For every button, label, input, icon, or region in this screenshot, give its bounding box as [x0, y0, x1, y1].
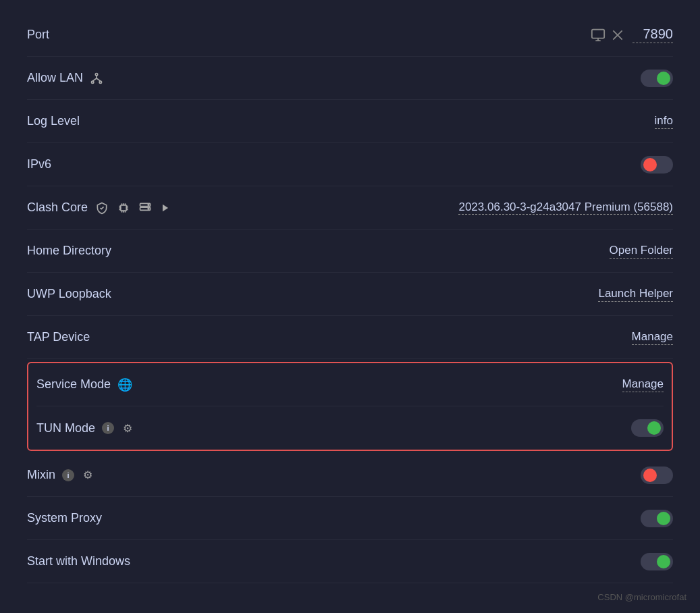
log-level-value[interactable]: info: [655, 114, 673, 129]
tap-device-label: TAP Device: [27, 330, 90, 344]
start-with-windows-toggle-section: [641, 553, 673, 570]
svg-point-5: [95, 73, 97, 75]
setting-row-ipv6: IPv6: [27, 143, 673, 186]
clash-core-value: 2023.06.30-3-g24a3047 Premium (56588): [458, 201, 673, 215]
globe-icon: 🌐: [117, 377, 132, 392]
ipv6-toggle-section: [641, 156, 673, 174]
mixin-label: Mixin: [27, 468, 55, 482]
setting-row-allow-lan: Allow LAN: [27, 57, 673, 100]
mixin-gear-icon[interactable]: ⚙: [81, 469, 95, 482]
svg-point-27: [148, 208, 149, 209]
port-label: Port: [27, 28, 49, 42]
start-with-windows-label-section: Start with Windows: [27, 554, 130, 568]
shield-icon: [95, 201, 109, 215]
tun-mode-toggle[interactable]: [631, 419, 664, 437]
watermark: CSDN @micromicrofat: [597, 592, 686, 602]
allow-lan-label: Allow LAN: [27, 71, 83, 85]
system-proxy-toggle-section: [641, 510, 673, 527]
clash-core-value-section: 2023.06.30-3-g24a3047 Premium (56588): [458, 201, 673, 215]
chip-icon: [116, 201, 131, 215]
home-directory-value-section: Open Folder: [610, 244, 674, 259]
service-mode-label: Service Mode: [36, 377, 111, 392]
service-mode-manage-button[interactable]: Manage: [622, 377, 664, 392]
svg-rect-0: [592, 29, 604, 38]
no-signal-icon: [611, 28, 624, 42]
ipv6-toggle[interactable]: [641, 156, 673, 174]
svg-line-9: [92, 78, 97, 81]
play-icon[interactable]: [159, 202, 171, 214]
service-mode-value-section: Manage: [622, 377, 664, 392]
port-value[interactable]: 7890: [632, 26, 673, 43]
log-level-label-section: Log Level: [27, 114, 80, 128]
setting-row-tun-mode: TUN Mode i ⚙: [36, 406, 664, 450]
tap-manage-button[interactable]: Manage: [632, 330, 673, 345]
log-level-value-section: info: [655, 114, 673, 129]
tun-mode-label: TUN Mode: [36, 421, 95, 435]
svg-point-7: [99, 81, 101, 83]
tap-device-value-section: Manage: [632, 330, 673, 345]
svg-point-26: [148, 204, 149, 205]
uwp-loopback-value-section: Launch Helper: [598, 287, 673, 302]
svg-line-10: [97, 78, 101, 81]
start-with-windows-toggle[interactable]: [641, 553, 673, 570]
mixin-toggle[interactable]: [641, 467, 673, 484]
settings-panel: Port 7890 Allow LAN Log Level: [0, 0, 700, 613]
open-folder-button[interactable]: Open Folder: [610, 244, 674, 259]
launch-helper-button[interactable]: Launch Helper: [598, 287, 673, 302]
tun-mode-info-icon[interactable]: i: [102, 422, 114, 434]
system-proxy-label: System Proxy: [27, 511, 102, 525]
tun-mode-gear-icon[interactable]: ⚙: [121, 421, 134, 435]
port-icons: [591, 28, 624, 43]
setting-row-start-with-windows: Start with Windows: [27, 540, 673, 583]
ipv6-label-section: IPv6: [27, 157, 51, 171]
uwp-loopback-label-section: UWP Loopback: [27, 287, 111, 301]
log-level-label: Log Level: [27, 114, 80, 128]
clash-core-label-section: Clash Core: [27, 201, 171, 215]
home-directory-label: Home Directory: [27, 244, 111, 258]
tun-mode-label-section: TUN Mode i ⚙: [36, 421, 134, 435]
system-proxy-label-section: System Proxy: [27, 511, 102, 525]
setting-row-uwp-loopback: UWP Loopback Launch Helper: [27, 273, 673, 316]
ipv6-label: IPv6: [27, 157, 51, 171]
setting-row-system-proxy: System Proxy: [27, 497, 673, 540]
setting-row-log-level: Log Level info: [27, 100, 673, 143]
uwp-loopback-label: UWP Loopback: [27, 287, 111, 301]
storage-icon: [138, 201, 153, 215]
svg-marker-28: [163, 204, 168, 211]
tap-device-label-section: TAP Device: [27, 330, 90, 344]
setting-row-tap-device: TAP Device Manage: [27, 316, 673, 359]
setting-row-clash-core: Clash Core: [27, 186, 673, 230]
mixin-toggle-section: [641, 467, 673, 484]
port-label-section: Port: [27, 28, 49, 42]
mixin-label-section: Mixin i ⚙: [27, 468, 95, 482]
mixin-info-icon[interactable]: i: [62, 469, 74, 481]
svg-rect-11: [121, 205, 126, 210]
allow-lan-toggle[interactable]: [641, 70, 673, 87]
service-mode-label-section: Service Mode 🌐: [36, 377, 132, 392]
allow-lan-toggle-section: [641, 70, 673, 87]
home-directory-label-section: Home Directory: [27, 244, 111, 258]
clash-core-label: Clash Core: [27, 201, 88, 215]
setting-row-mixin: Mixin i ⚙: [27, 454, 673, 497]
setting-row-home-directory: Home Directory Open Folder: [27, 230, 673, 273]
setting-row-port: Port 7890: [27, 14, 673, 57]
allow-lan-label-section: Allow LAN: [27, 71, 103, 85]
svg-point-6: [92, 81, 94, 83]
system-proxy-toggle[interactable]: [641, 510, 673, 527]
tun-mode-toggle-section: [631, 419, 664, 437]
highlighted-group: Service Mode 🌐 Manage TUN Mode i ⚙: [27, 362, 673, 451]
network-icon: [90, 72, 103, 85]
port-value-section: 7890: [591, 26, 673, 43]
setting-row-service-mode: Service Mode 🌐 Manage: [36, 363, 664, 406]
start-with-windows-label: Start with Windows: [27, 554, 130, 568]
monitor-icon: [591, 28, 605, 43]
